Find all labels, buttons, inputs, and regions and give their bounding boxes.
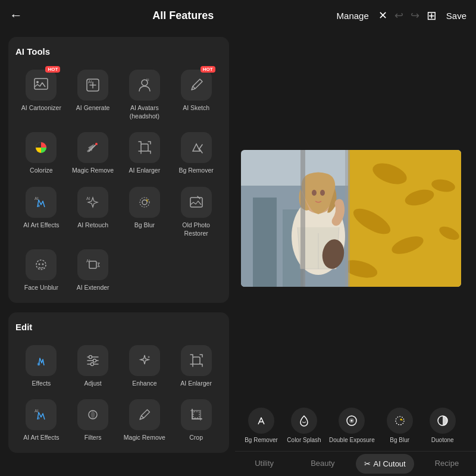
ai-enlarger-label: AI Enlarger [129, 167, 161, 175]
close-button[interactable]: ✕ [378, 9, 387, 22]
tool-crop[interactable]: Crop [170, 394, 222, 447]
redo-button[interactable]: ↪ [411, 9, 419, 22]
tool-bg-remover[interactable]: Bg Remover [170, 127, 222, 180]
svg-rect-30 [193, 357, 200, 364]
ai-retouch-icon: AI [77, 187, 108, 218]
svg-point-29 [148, 356, 149, 358]
manage-button[interactable]: Manage [337, 11, 369, 21]
tool-ai-extender[interactable]: AI AI Extender [67, 245, 119, 297]
tool-adjust[interactable]: Adjust [67, 340, 119, 393]
duotone-bottom-icon [430, 408, 456, 434]
ai-sketch-icon: HOT [181, 70, 212, 101]
main-content: AI Tools HOT AI Cartoonizer [0, 31, 476, 476]
svg-point-10 [37, 205, 40, 207]
ai-sketch-label: AI Sketch [183, 104, 209, 112]
tool-effects[interactable]: Effects [15, 340, 67, 393]
header: ← All Features Manage ✕ ↩ ↪ ⊞ Save [0, 0, 476, 31]
svg-rect-54 [345, 150, 350, 287]
tool-filters[interactable]: Filters [67, 394, 119, 447]
tool-ai-sketch[interactable]: HOT AI Sketch [170, 65, 222, 125]
colorize-icon [26, 132, 57, 163]
magic-remove2-icon [129, 399, 160, 430]
ai-avatars-icon: AI [129, 70, 160, 101]
page-title: All Features [30, 10, 337, 22]
tool-ai-enlarger2[interactable]: AI Enlarger [170, 340, 222, 393]
svg-rect-46 [253, 198, 277, 287]
tool-ai-art-effects[interactable]: AI AI Art Effects [15, 182, 67, 242]
ai-generate-icon: AI [77, 70, 108, 101]
bottom-tool-double-exposure[interactable]: Double Exposure [327, 404, 377, 447]
tab-beauty[interactable]: Beauty [293, 452, 352, 476]
ai-tools-grid: HOT AI Cartoonizer [15, 65, 222, 297]
tool-ai-enlarger[interactable]: AI Enlarger [119, 127, 171, 180]
edit-section: Edit Effects [8, 312, 229, 453]
ai-extender-icon: AI [77, 249, 108, 280]
svg-point-51 [320, 190, 325, 196]
ai-tools-title: AI Tools [15, 46, 222, 57]
svg-rect-53 [300, 150, 305, 287]
ai-art2-label: AI Art Effects [23, 434, 60, 442]
tool-magic-remove[interactable]: Magic Remove [67, 127, 119, 180]
save-button[interactable]: Save [446, 11, 466, 21]
tool-ai-art2[interactable]: AI AI Art Effects [15, 394, 67, 447]
left-panel: AI Tools HOT AI Cartoonizer [0, 31, 235, 476]
tool-bg-blur[interactable]: Bg Blur [119, 182, 171, 242]
recipe-tab-label: Recipe [435, 459, 459, 468]
ai-generate-label: AI Generate [76, 104, 110, 112]
svg-point-32 [37, 417, 40, 419]
tool-enhance[interactable]: Enhance [119, 340, 171, 393]
photo-preview [241, 150, 461, 287]
tool-old-photo-restorer[interactable]: Old Photo Restorer [170, 182, 222, 242]
ai-enlarger2-icon [181, 345, 212, 376]
svg-text:AI: AI [88, 80, 92, 84]
svg-point-26 [89, 355, 92, 358]
tab-ai-cutout[interactable]: ✂ AI Cutout [356, 454, 414, 474]
bottom-tool-bg-blur[interactable]: Bg Blur [380, 404, 420, 447]
ai-cartoonizer-label: AI Cartoonizer [21, 104, 61, 112]
tool-magic-remove2[interactable]: Magic Remove [119, 394, 171, 447]
ai-retouch-label: AI Retouch [77, 221, 108, 230]
ai-enlarger-icon [129, 132, 160, 163]
tool-ai-generate[interactable]: AI AI Generate [67, 65, 119, 125]
tool-ai-cartoonizer[interactable]: HOT AI Cartoonizer [15, 65, 67, 125]
bottom-tool-color-splash[interactable]: Color Splash [284, 404, 324, 447]
svg-point-27 [93, 359, 96, 362]
effects-icon [26, 345, 57, 376]
bottom-tool-duotone[interactable]: Duotone [422, 404, 463, 447]
hot-badge-sketch: HOT [201, 66, 215, 73]
adjust-icon [77, 345, 108, 376]
beauty-tab-label: Beauty [311, 459, 334, 468]
old-photo-restorer-label: Old Photo Restorer [173, 221, 220, 237]
svg-text:AI: AI [35, 409, 39, 413]
bottom-tools-row: Bg Remover Color Splash [235, 399, 476, 447]
ai-art-effects-icon: AI [26, 187, 57, 218]
tab-recipe[interactable]: Recipe [418, 452, 476, 476]
bg-blur-icon [129, 187, 160, 218]
bottom-tool-bg-remover[interactable]: Bg Remover [241, 404, 281, 447]
duotone-bottom-label: Duotone [431, 436, 454, 444]
svg-rect-20 [89, 261, 96, 268]
tool-ai-retouch[interactable]: AI AI Retouch [67, 182, 119, 242]
tab-utility[interactable]: Utility [235, 452, 293, 476]
image-export-icon[interactable]: ⊞ [427, 8, 437, 23]
colorize-label: Colorize [30, 167, 53, 175]
undo-button[interactable]: ↩ [394, 9, 403, 22]
svg-point-22 [37, 362, 40, 365]
magic-remove2-label: Magic Remove [124, 434, 165, 442]
tool-ai-avatars[interactable]: AI AI Avatars (headshot) [119, 65, 171, 125]
svg-point-15 [147, 201, 148, 202]
filters-label: Filters [84, 434, 102, 442]
edit-tools-grid: Effects Adjust [15, 340, 222, 447]
svg-text:AI: AI [86, 259, 90, 263]
crop-icon [181, 399, 212, 430]
back-button[interactable]: ← [10, 8, 23, 23]
bg-remover-bottom-label: Bg Remover [245, 436, 278, 444]
ai-art2-icon: AI [26, 399, 57, 430]
tool-colorize[interactable]: Colorize [15, 127, 67, 180]
bg-remover-bottom-icon [248, 408, 274, 434]
svg-rect-8 [141, 144, 148, 151]
svg-point-28 [91, 362, 94, 365]
bg-remover-icon [181, 132, 212, 163]
color-splash-bottom-icon [291, 408, 317, 434]
tool-face-unblur[interactable]: Face Unblur [15, 245, 67, 297]
